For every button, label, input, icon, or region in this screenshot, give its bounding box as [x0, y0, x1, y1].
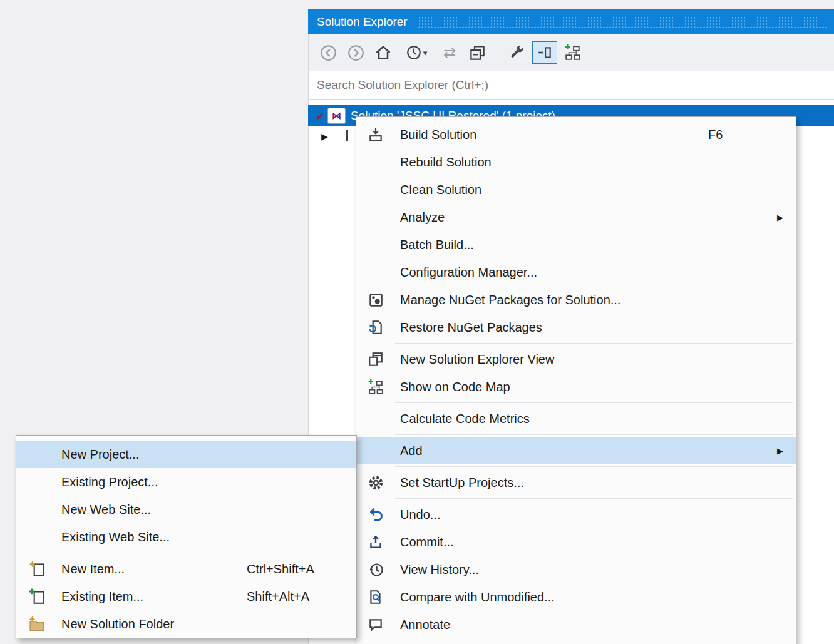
- menu-item-annotate[interactable]: Annotate: [356, 611, 796, 638]
- menu-item-add[interactable]: Add ▶: [356, 437, 796, 464]
- home-button[interactable]: [371, 41, 395, 64]
- solution-context-menu: Build Solution F6 Rebuild Solution Clean…: [356, 116, 796, 644]
- back-icon: [320, 44, 337, 61]
- submenu-arrow-icon: ▶: [777, 446, 783, 456]
- search-input[interactable]: [309, 78, 834, 93]
- submenu-item-existing-item[interactable]: Existing Item... Shift+Alt+A: [16, 583, 356, 610]
- history-icon: [366, 560, 386, 580]
- menu-item-undo[interactable]: Undo...: [356, 501, 796, 528]
- view-code-map-icon: [564, 44, 582, 61]
- menu-item-label: New Web Site...: [16, 503, 151, 517]
- menu-item-label: Manage NuGet Packages for Solution...: [356, 293, 620, 307]
- forward-button[interactable]: [344, 41, 368, 64]
- toolbar-separator: [497, 44, 497, 61]
- compare-icon: [366, 587, 386, 607]
- menu-item-label: Calculate Code Metrics: [356, 412, 530, 426]
- pending-changes-filter-button[interactable]: ▾: [399, 41, 434, 64]
- submenu-item-new-web-site[interactable]: New Web Site...: [16, 496, 356, 523]
- menu-item-new-solution-explorer-view[interactable]: New Solution Explorer View: [356, 345, 796, 373]
- sync-with-active-document-button[interactable]: ⇄: [438, 41, 461, 64]
- menu-separator: [356, 496, 796, 501]
- submenu-item-new-project[interactable]: New Project...: [16, 441, 356, 468]
- menu-item-calculate-code-metrics[interactable]: Calculate Code Metrics: [356, 405, 796, 432]
- menu-separator: [16, 551, 356, 555]
- menu-item-label: Analyze: [356, 210, 445, 225]
- menu-item-view-history[interactable]: View History...: [356, 556, 796, 583]
- source-control-check-icon: ✓: [316, 109, 326, 123]
- pending-changes-filter-icon: [406, 44, 422, 61]
- solution-explorer-toolbar: ▾ ⇄: [308, 34, 834, 71]
- menu-item-restore-nuget-packages[interactable]: Restore NuGet Packages: [356, 314, 796, 341]
- menu-item-shortcut: Shift+Alt+A: [247, 590, 309, 604]
- new-view-icon: [366, 349, 386, 369]
- menu-separator: [356, 432, 796, 437]
- undo-icon: [366, 504, 386, 524]
- menu-item-commit[interactable]: Commit...: [356, 528, 796, 556]
- menu-item-batch-build[interactable]: Batch Build...: [356, 231, 796, 258]
- menu-item-shortcut: Ctrl+Shift+A: [247, 562, 314, 576]
- menu-item-manage-nuget-packages[interactable]: Manage NuGet Packages for Solution...: [356, 286, 796, 314]
- sync-with-active-document-icon: ⇄: [443, 44, 456, 61]
- properties-button[interactable]: [505, 41, 528, 64]
- menu-separator: [356, 464, 796, 469]
- menu-item-label: Clean Solution: [356, 183, 481, 197]
- submenu-item-existing-web-site[interactable]: Existing Web Site...: [16, 523, 356, 551]
- submenu-item-new-item[interactable]: New Item... Ctrl+Shift+A: [16, 555, 356, 583]
- gear-icon: [366, 473, 386, 493]
- menu-item-show-on-code-map[interactable]: Show on Code Map: [356, 373, 796, 401]
- search-box: [308, 71, 834, 100]
- properties-wrench-icon: [508, 44, 525, 61]
- panel-title: Solution Explorer: [317, 15, 408, 29]
- nuget-restore-icon: [366, 317, 386, 337]
- new-item-icon: [28, 560, 46, 578]
- menu-item-label: Existing Project...: [16, 475, 158, 489]
- preview-selected-items-icon: [537, 44, 553, 61]
- back-button[interactable]: [316, 41, 340, 64]
- solution-icon: ⋈: [327, 108, 346, 124]
- menu-separator: [356, 341, 796, 345]
- dropdown-arrow-icon: ▾: [423, 48, 428, 58]
- menu-separator: [356, 401, 796, 405]
- tree-expander-icon[interactable]: ▶: [321, 131, 328, 141]
- menu-item-label: Rebuild Solution: [356, 155, 492, 170]
- build-icon: [366, 125, 386, 145]
- existing-item-icon: [28, 587, 46, 606]
- menu-item-configuration-manager[interactable]: Configuration Manager...: [356, 258, 796, 286]
- menu-item-label: Batch Build...: [356, 238, 474, 252]
- code-map-icon: [366, 377, 386, 397]
- menu-item-build-solution[interactable]: Build Solution F6: [356, 121, 796, 148]
- menu-item-label: Existing Web Site...: [16, 530, 170, 544]
- visual-studio-screen: Solution Explorer ▾ ⇄: [0, 0, 834, 644]
- annotate-icon: [366, 615, 386, 635]
- titlebar-drag-texture: [418, 16, 828, 28]
- project-node-icon-clipped: [346, 130, 355, 145]
- collapse-all-button[interactable]: [465, 41, 489, 64]
- submenu-item-existing-project[interactable]: Existing Project...: [16, 468, 356, 496]
- add-submenu: New Project... Existing Project... New W…: [16, 435, 357, 638]
- forward-icon: [348, 44, 364, 61]
- menu-item-clipped[interactable]: [356, 638, 796, 644]
- menu-item-label: New Solution Explorer View: [356, 352, 554, 367]
- menu-item-label: Configuration Manager...: [356, 265, 537, 280]
- commit-icon: [366, 532, 386, 552]
- nuget-package-icon: [366, 290, 386, 310]
- new-solution-folder-icon: [28, 615, 46, 633]
- menu-item-clean-solution[interactable]: Clean Solution: [356, 176, 796, 203]
- menu-item-label: New Project...: [16, 447, 139, 462]
- home-icon: [374, 44, 392, 61]
- preview-selected-items-toggle[interactable]: [532, 41, 557, 64]
- submenu-arrow-icon: ▶: [777, 213, 783, 222]
- submenu-item-new-solution-folder[interactable]: New Solution Folder: [16, 610, 356, 638]
- menu-item-compare-with-unmodified[interactable]: Compare with Unmodified...: [356, 583, 796, 611]
- menu-item-label: Add: [356, 444, 423, 458]
- menu-item-shortcut: F6: [708, 128, 723, 142]
- view-code-map-button[interactable]: [561, 41, 585, 64]
- menu-item-set-startup-projects[interactable]: Set StartUp Projects...: [356, 469, 796, 496]
- collapse-all-icon: [469, 44, 486, 61]
- solution-explorer-titlebar[interactable]: Solution Explorer: [308, 9, 834, 34]
- menu-item-label: Compare with Unmodified...: [356, 590, 555, 605]
- menu-item-analyze[interactable]: Analyze ▶: [356, 203, 796, 231]
- menu-item-rebuild-solution[interactable]: Rebuild Solution: [356, 148, 796, 176]
